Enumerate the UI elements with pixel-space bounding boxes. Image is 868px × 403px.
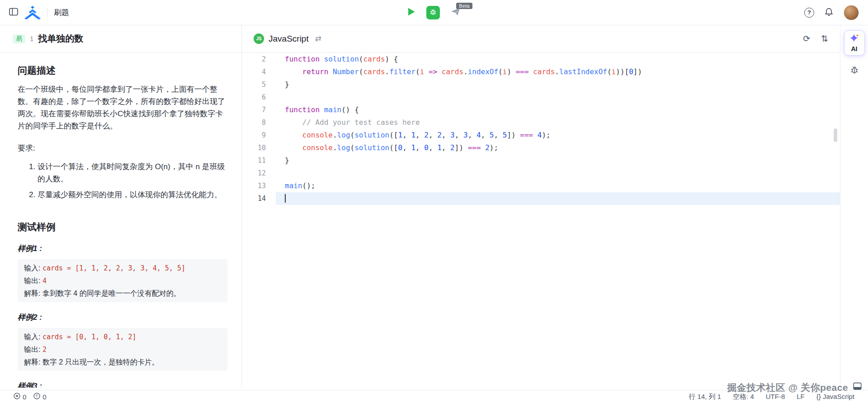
sample-1-explain: 解释: 拿到数字 4 的同学是唯一一个没有配对的。 xyxy=(24,287,221,299)
topbar: 刷题 Beta ? xyxy=(0,0,868,25)
debug-panel-button[interactable] xyxy=(849,65,859,76)
sample-1-output: 输出: 4 xyxy=(24,275,221,287)
problem-description: 在一个班级中，每位同学都拿到了一张卡片，上面有一个整数。有趣的是，除了一个数字之… xyxy=(18,83,227,132)
code-text: // Add your test cases here xyxy=(276,116,840,129)
line-number[interactable]: 4 xyxy=(242,66,276,78)
sample-1-block: 输入: cards = [1, 1, 2, 2, 3, 3, 4, 5, 5] … xyxy=(18,259,227,302)
bell-icon xyxy=(824,7,834,18)
code-line[interactable]: 14 xyxy=(242,192,840,205)
eol-setting[interactable]: LF xyxy=(797,393,805,401)
notifications-button[interactable] xyxy=(824,7,834,18)
code-line[interactable]: 4 return Number(cards.filter(i => cards.… xyxy=(242,66,840,78)
code-text: console.log(solution([0, 1, 0, 1, 2]) ==… xyxy=(276,142,840,154)
debug-button[interactable] xyxy=(426,6,440,19)
sample-3-label-clipped: 样例3 : xyxy=(18,381,227,388)
line-number[interactable]: 8 xyxy=(242,116,276,129)
user-avatar[interactable] xyxy=(844,5,859,20)
line-number[interactable]: 10 xyxy=(242,142,276,154)
errors-indicator[interactable]: 0 xyxy=(14,393,26,401)
switch-language-icon[interactable]: ⇄ xyxy=(315,34,321,43)
problem-content-scroll[interactable]: 问题描述 在一个班级中，每位同学都拿到了一张卡片，上面有一个整数。有趣的是，除了… xyxy=(0,52,241,388)
editor-scrollbar-thumb[interactable] xyxy=(834,128,837,142)
description-heading: 问题描述 xyxy=(18,64,227,77)
bug-icon xyxy=(429,8,437,17)
line-number[interactable]: 12 xyxy=(242,167,276,180)
sidebar-toggle-button[interactable] xyxy=(9,8,18,17)
requirements-list: 设计一个算法，使其时间复杂度为 O(n)，其中 n 是班级的人数。尽量减少额外空… xyxy=(18,161,227,201)
line-number[interactable]: 5 xyxy=(242,78,276,91)
warnings-indicator[interactable]: 0 xyxy=(33,393,46,401)
sample-2-input: 输入: cards = [0, 1, 0, 1, 2] xyxy=(24,331,221,343)
sample-1-input: 输入: cards = [1, 1, 2, 2, 3, 3, 4, 5, 5] xyxy=(24,262,221,275)
language-mode[interactable]: {} JavaScript xyxy=(816,393,854,401)
line-number[interactable]: 9 xyxy=(242,129,276,142)
warning-count: 0 xyxy=(42,393,46,401)
code-line[interactable]: 9 console.log(solution([1, 1, 2, 2, 3, 3… xyxy=(242,129,840,142)
error-count: 0 xyxy=(23,393,26,401)
encoding-setting[interactable]: UTF-8 xyxy=(766,393,785,401)
code-line[interactable]: 7function main() { xyxy=(242,104,840,116)
line-number[interactable]: 13 xyxy=(242,180,276,192)
code-line[interactable]: 10 console.log(solution([0, 1, 0, 1, 2])… xyxy=(242,142,840,154)
beetle-icon xyxy=(849,65,859,76)
editor-panel: JS JavaScript ⇄ ⟳ ⇅ 2function solution(c… xyxy=(242,25,840,388)
statusbar: 0 0 行 14, 列 1 空格: 4 UTF-8 LF {} JavaScri… xyxy=(0,390,868,403)
line-number[interactable]: 2 xyxy=(242,53,276,66)
difficulty-badge: 易 xyxy=(13,34,25,43)
code-line[interactable]: 8 // Add your test cases here xyxy=(242,116,840,129)
javascript-file-icon: JS xyxy=(254,33,264,44)
code-text: return Number(cards.filter(i => cards.in… xyxy=(276,66,840,78)
problem-header: 易 1 找单独的数 xyxy=(0,25,241,52)
sample-2-output: 输出: 2 xyxy=(24,343,221,356)
sidebar-toggle-icon xyxy=(9,8,18,17)
problem-index: 1 xyxy=(30,35,33,43)
error-circle-icon xyxy=(14,393,20,401)
line-number[interactable]: 11 xyxy=(242,154,276,167)
code-text: } xyxy=(276,78,840,91)
app-section-label[interactable]: 刷题 xyxy=(54,7,69,18)
code-line[interactable]: 13main(); xyxy=(242,180,840,192)
reset-code-icon[interactable]: ⟳ xyxy=(803,33,810,44)
editor-header: JS JavaScript ⇄ ⟳ ⇅ xyxy=(242,25,840,52)
requirement-item: 尽量减少额外空间的使用，以体现你的算法优化能力。 xyxy=(38,189,227,201)
ai-sparkle-icon xyxy=(850,33,859,44)
code-text: function solution(cards) { xyxy=(276,53,840,66)
code-line[interactable]: 12 xyxy=(242,167,840,180)
paper-plane-icon xyxy=(451,11,461,18)
indentation-setting[interactable]: 空格: 4 xyxy=(733,393,754,401)
code-text: console.log(solution([1, 1, 2, 2, 3, 3, … xyxy=(276,129,840,142)
toggle-bottom-panel-button[interactable] xyxy=(853,382,862,392)
juejin-logo[interactable] xyxy=(24,6,41,19)
requirements-label: 要求: xyxy=(18,142,227,154)
code-editor[interactable]: 2function solution(cards) {4 return Numb… xyxy=(242,52,840,388)
ai-assistant-button[interactable]: AI xyxy=(844,30,865,56)
ai-label: AI xyxy=(851,45,858,52)
code-line[interactable]: 6 xyxy=(242,91,840,104)
compare-code-icon[interactable]: ⇅ xyxy=(821,33,828,44)
sample-2-block: 输入: cards = [0, 1, 0, 1, 2] 输出: 2 解释: 数字… xyxy=(18,328,227,371)
help-icon: ? xyxy=(804,8,814,18)
code-text: main(); xyxy=(276,180,840,192)
problem-panel: 易 1 找单独的数 问题描述 在一个班级中，每位同学都拿到了一张卡片，上面有一个… xyxy=(0,25,242,388)
code-line[interactable]: 2function solution(cards) { xyxy=(242,53,840,66)
code-text: } xyxy=(276,154,840,167)
samples-heading: 测试样例 xyxy=(18,221,227,233)
text-cursor xyxy=(285,194,286,203)
code-text: function main() { xyxy=(276,104,840,116)
run-button[interactable] xyxy=(407,7,415,18)
line-number[interactable]: 14 xyxy=(242,192,276,205)
sample-2-explain: 解释: 数字 2 只出现一次，是独特的卡片。 xyxy=(24,356,221,368)
topbar-divider xyxy=(47,9,47,17)
code-line[interactable]: 5} xyxy=(242,78,840,91)
code-line[interactable]: 11} xyxy=(242,154,840,167)
line-number[interactable]: 7 xyxy=(242,104,276,116)
sample-1-label: 样例1 : xyxy=(18,243,227,254)
submit-button[interactable]: Beta xyxy=(451,7,461,18)
cursor-position[interactable]: 行 14, 列 1 xyxy=(689,393,721,401)
right-toolbar: AI xyxy=(840,25,868,388)
line-number[interactable]: 6 xyxy=(242,91,276,104)
help-button[interactable]: ? xyxy=(804,8,814,18)
code-text xyxy=(276,91,840,104)
panel-bottom-icon xyxy=(853,385,862,392)
beta-badge: Beta xyxy=(456,3,472,9)
